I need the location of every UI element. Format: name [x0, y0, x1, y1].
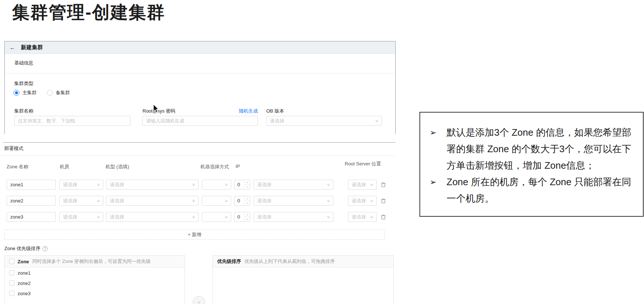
select-placeholder: 请选择: [352, 198, 366, 204]
chevron-down-icon: ∨: [370, 199, 373, 203]
back-arrow-icon: ←: [10, 44, 15, 51]
selection-mode-select[interactable]: ∨: [202, 180, 231, 190]
priority-target-hint: 优先级从上到下代表从高到低，可拖拽排序: [244, 258, 335, 265]
note-bullet-item: ➢ 默认是添加3个 Zone 的信息，如果您希望部署的集群 Zone 的个数大于…: [430, 124, 635, 174]
machine-type-select[interactable]: 请选择∨: [106, 196, 199, 206]
panel-title: 新建集群: [21, 44, 43, 51]
cluster-name-input[interactable]: [14, 116, 130, 126]
trash-icon: [381, 198, 386, 204]
spin-down-icon[interactable]: ▾: [245, 217, 250, 221]
root-password-input[interactable]: [143, 116, 258, 126]
random-generate-link[interactable]: 随机生成: [143, 108, 258, 114]
spin-up-icon[interactable]: ▴: [245, 180, 250, 184]
deploy-section-divider: [0, 155, 396, 156]
basic-info-section-label: 基础信息: [14, 60, 33, 66]
machine-type-select[interactable]: 请选择∨: [106, 180, 199, 190]
radio-primary-label: 主集群: [22, 89, 37, 96]
radio-primary-cluster[interactable]: 主集群: [14, 89, 37, 96]
delete-row-button[interactable]: [380, 198, 386, 204]
machine-count-input[interactable]: [234, 212, 245, 221]
right-arrow-icon: >: [197, 300, 200, 304]
arrow-bullet-icon: ➢: [430, 124, 447, 174]
machine-count-input[interactable]: [234, 196, 245, 205]
idc-select[interactable]: 请选择∨: [59, 212, 103, 222]
machine-type-select[interactable]: 请选择∨: [106, 212, 199, 222]
delete-row-button[interactable]: [380, 182, 386, 188]
mouse-cursor-icon: [153, 104, 159, 113]
machine-count-stepper: ▴ ▾: [234, 212, 250, 222]
root-server-select[interactable]: 请选择∨: [348, 212, 377, 222]
ip-select[interactable]: 请选择∨: [253, 180, 333, 190]
zone-priority-label: Zone 优先级排序: [4, 245, 40, 252]
ob-version-select[interactable]: 请选择 ∨: [266, 116, 382, 126]
zone-checkbox[interactable]: [9, 291, 14, 296]
annotation-note-box: ➢ 默认是添加3个 Zone 的信息，如果您希望部署的集群 Zone 的个数大于…: [419, 112, 644, 217]
select-placeholder: 请选择: [63, 214, 77, 220]
select-placeholder: 请选择: [352, 182, 366, 188]
note-text: Zone 所在的机房，每个 Zone 只能部署在同一个机房。: [447, 174, 635, 207]
zone-name-input[interactable]: [7, 212, 56, 222]
spin-down-icon[interactable]: ▾: [245, 201, 250, 205]
zone-checkbox[interactable]: [9, 270, 14, 275]
idc-select[interactable]: 请选择∨: [59, 196, 103, 206]
col-header-machine-type: 机型 (选填): [106, 164, 129, 170]
select-placeholder: 请选择: [110, 182, 124, 188]
zone-checkbox[interactable]: [9, 281, 14, 286]
zone-row: 请选择∨ 请选择∨ ∨ ▴ ▾ 请选择∨ 请选择∨: [0, 212, 396, 222]
stepper-spin-column: ▴ ▾: [245, 212, 250, 221]
select-all-checkbox[interactable]: [9, 259, 14, 264]
note-bullet-item: ➢ Zone 所在的机房，每个 Zone 只能部署在同一个机房。: [430, 174, 635, 207]
zone-name-input[interactable]: [7, 196, 56, 206]
root-server-select[interactable]: 请选择∨: [348, 196, 377, 206]
ip-select[interactable]: 请选择∨: [253, 212, 333, 222]
ob-version-label: OB 版本: [266, 108, 284, 114]
deploy-section-top-divider: [3, 142, 396, 143]
root-server-select[interactable]: 请选择∨: [348, 180, 377, 190]
zone-list-item[interactable]: zone1: [5, 268, 185, 278]
cluster-type-label: 集群类型: [14, 80, 33, 87]
zone-transfer-source-box: Zone 同时选择多个 Zone 穿梭到右侧后，可设置为同一优先级 zone1 …: [4, 255, 185, 304]
col-header-root-server: Root Server 位置: [345, 160, 383, 167]
add-zone-button[interactable]: + 新增: [4, 230, 385, 240]
select-placeholder: 请选择: [110, 214, 124, 220]
zone-list-item[interactable]: zone3: [5, 288, 185, 298]
create-cluster-panel: ← 新建集群 基础信息 集群类型 主集群 备集群 集群名称 Root@sys 密…: [4, 41, 396, 134]
zone-item-label: zone2: [18, 281, 30, 286]
chevron-down-icon: ∨: [326, 199, 330, 203]
col-header-selection-mode: 机器选择方式: [200, 164, 229, 170]
arrow-bullet-icon: ➢: [430, 174, 447, 207]
stepper-spin-column: ▴ ▾: [245, 196, 250, 205]
selection-mode-select[interactable]: ∨: [202, 196, 231, 206]
radio-standby-cluster[interactable]: 备集群: [47, 89, 70, 96]
chevron-down-icon: ∨: [370, 183, 373, 187]
page-title: 集群管理-创建集群: [12, 1, 165, 24]
spin-up-icon[interactable]: ▴: [245, 196, 250, 201]
chevron-down-icon: ∨: [326, 183, 330, 187]
chevron-down-icon: ∨: [96, 215, 100, 219]
chevron-down-icon: ∨: [96, 199, 100, 203]
machine-count-input[interactable]: [234, 180, 245, 189]
note-text: 默认是添加3个 Zone 的信息，如果您希望部署的集群 Zone 的个数大于3个…: [447, 124, 635, 174]
transfer-to-right-button[interactable]: >: [193, 296, 205, 304]
priority-target-title: 优先级排序: [217, 258, 241, 265]
machine-count-stepper: ▴ ▾: [234, 180, 250, 190]
col-header-idc: 机房: [60, 164, 69, 170]
question-mark-help-icon[interactable]: ?: [42, 246, 48, 251]
zone-name-input[interactable]: [7, 180, 56, 190]
radio-selected-icon: [14, 90, 19, 96]
priority-target-header: 优先级排序 优先级从上到下代表从高到低，可拖拽排序: [213, 256, 393, 268]
spin-up-icon[interactable]: ▴: [245, 212, 250, 217]
chevron-down-icon: ∨: [375, 119, 378, 123]
delete-row-button[interactable]: [380, 214, 386, 220]
spin-down-icon[interactable]: ▾: [245, 184, 250, 189]
zone-row: 请选择∨ 请选择∨ ∨ ▴ ▾ 请选择∨ 请选择∨: [0, 180, 396, 190]
selection-mode-select[interactable]: ∨: [202, 212, 231, 222]
ip-select[interactable]: 请选择∨: [253, 196, 333, 206]
ob-version-placeholder: 请选择: [270, 118, 284, 124]
chevron-down-icon: ∨: [224, 183, 228, 187]
back-button[interactable]: ←: [10, 45, 15, 51]
idc-select[interactable]: 请选择∨: [59, 180, 103, 190]
transfer-source-header: Zone 同时选择多个 Zone 穿梭到右侧后，可设置为同一优先级: [5, 256, 185, 268]
zone-list-item[interactable]: zone2: [5, 278, 185, 288]
stepper-spin-column: ▴ ▾: [245, 180, 250, 189]
